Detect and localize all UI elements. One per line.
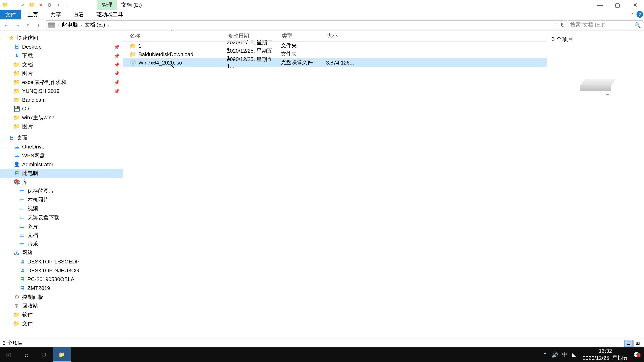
taskbar-search-icon[interactable]: ⌕ — [18, 348, 35, 362]
tray-overflow-icon[interactable]: ˄ — [540, 352, 550, 358]
nav-quick-item[interactable]: 💾G:\ — [0, 104, 123, 113]
nav-back-icon[interactable]: ← — [2, 20, 12, 30]
view-details-button[interactable]: ☰ — [624, 340, 633, 347]
taskbar-explorer[interactable]: 📁 — [53, 348, 70, 362]
nav-desktop-item[interactable]: ☁OneDrive — [0, 142, 123, 151]
nav-library-item[interactable]: ▭图片 — [0, 222, 123, 231]
nav-quick-item[interactable]: 📁YUNQISHI2019📌 — [0, 87, 123, 95]
tray-ime-icon[interactable]: 中 — [560, 351, 569, 359]
nav-quick-item[interactable]: 📁excel表格制作求和📌 — [0, 78, 123, 87]
nav-desktop-item[interactable]: 👤Administrator — [0, 160, 123, 169]
search-placeholder: 搜索"文档 (E:)" — [570, 21, 605, 29]
nav-desktop-item[interactable]: 📚库 — [0, 178, 123, 187]
nav-quick-access[interactable]: ★快速访问 — [0, 33, 123, 42]
chevron-right-icon[interactable]: › — [57, 23, 60, 27]
chevron-right-icon[interactable]: › — [80, 23, 83, 27]
details-title: 3 个项目 — [552, 35, 640, 43]
nav-quick-item[interactable]: 📁图片📌 — [0, 69, 123, 78]
nav-desktop[interactable]: 🖥桌面 — [0, 133, 123, 142]
nav-network-item[interactable]: 🖥PC-20190530OBLA — [0, 275, 123, 284]
nav-quick-item[interactable]: 📁图片 — [0, 122, 123, 131]
nav-quick-item[interactable]: 📁Bandicam — [0, 95, 123, 104]
nav-desktop-item[interactable]: ☁WPS网盘 — [0, 151, 123, 160]
ribbon-share[interactable]: 共享 — [44, 9, 67, 19]
ribbon-home[interactable]: 主页 — [21, 9, 44, 19]
nav-history-icon[interactable]: ▾ — [23, 20, 33, 30]
nav-desktop-item[interactable]: 🖥此电脑 — [0, 169, 123, 178]
help-icon[interactable]: ? — [636, 11, 643, 18]
close-button[interactable]: ✕ — [626, 0, 644, 10]
nav-desktop-item[interactable]: 🗑回收站 — [0, 302, 123, 310]
qat-sep2: | — [64, 1, 71, 8]
nav-quick-item[interactable]: ⬇下载📌 — [0, 51, 123, 60]
search-input[interactable]: 搜索"文档 (E:)" 🔍 — [568, 20, 643, 30]
search-icon[interactable]: 🔍 — [634, 22, 641, 28]
chevron-right-icon[interactable]: › — [107, 23, 110, 27]
nav-up-icon[interactable]: ↑ — [34, 20, 43, 30]
drive-icon — [48, 22, 55, 28]
sort-asc-icon: ˄ — [170, 30, 172, 34]
nav-network-item[interactable]: 🖥DESKTOP-LSSOEDP — [0, 257, 123, 266]
qat-close-icon[interactable]: ✕ — [37, 1, 44, 8]
col-size[interactable]: 大小 — [321, 32, 347, 40]
file-row[interactable]: 📁12020/12/15, 星期二 1...文件夹 — [124, 41, 547, 50]
system-tray: ˄ 🔊 中 ◣ 16:322020/12/25, 星期五 💬3 — [540, 348, 644, 362]
action-center-icon[interactable]: 💬3 — [632, 352, 641, 358]
navigation-pane[interactable]: ★快速访问 🖥Desktop📌⬇下载📌📁文档📌📁图片📌📁excel表格制作求和📌… — [0, 31, 123, 349]
qat-folder-icon[interactable]: 📁 — [28, 1, 36, 8]
col-date[interactable]: 修改日期 — [222, 32, 276, 40]
tray-security-icon[interactable]: ◣ — [569, 352, 579, 358]
pin-icon: 📌 — [114, 62, 120, 67]
ribbon-drive-tools[interactable]: 驱动器工具 — [90, 9, 129, 19]
status-text: 3 个项目 — [3, 340, 23, 347]
breadcrumb-this-pc[interactable]: 此电脑 — [60, 21, 80, 29]
qat-check-icon[interactable]: ✔ — [20, 1, 26, 8]
ribbon-view[interactable]: 查看 — [67, 9, 90, 19]
col-type[interactable]: 类型 — [276, 32, 321, 40]
nav-library-item[interactable]: ▭本机照片 — [0, 195, 123, 204]
minimize-button[interactable]: — — [591, 0, 608, 10]
refresh-icon[interactable]: ↻ — [560, 22, 565, 28]
nav-quick-item[interactable]: 📁win7重装win7 — [0, 113, 123, 122]
status-bar: 3 个项目 ☰ ▦ — [0, 339, 644, 348]
taskbar: ⊞ ⌕ ⧉ 📁 ˄ 🔊 中 ◣ 16:322020/12/25, 星期五 💬3 — [0, 348, 644, 362]
drive-large-icon — [580, 79, 611, 96]
nav-quick-item[interactable]: 📁文档📌 — [0, 60, 123, 69]
maximize-button[interactable]: ▢ — [608, 0, 626, 10]
file-row[interactable]: 📁BaiduNetdiskDownload2020/12/25, 星期五 1..… — [124, 50, 547, 58]
breadcrumb-drive[interactable]: 文档 (E:) — [83, 21, 107, 29]
nav-network-item[interactable]: 🖥ZMT2019 — [0, 284, 123, 293]
nav-desktop-item[interactable]: 📁文件 — [0, 319, 123, 328]
nav-library-item[interactable]: ▭音乐 — [0, 240, 123, 248]
qat-gear-icon[interactable]: ⚙ — [46, 1, 53, 8]
pin-icon: 📌 — [114, 89, 120, 93]
address-bar[interactable]: › 此电脑 › 文档 (E:) › ˅ ↻ — [46, 20, 567, 30]
quick-access-toolbar: 📁 | ✔ 📁 ✕ ⚙ ▾ | — [2, 1, 71, 8]
start-button[interactable]: ⊞ — [0, 348, 18, 362]
nav-library-item[interactable]: ▭保存的图片 — [0, 187, 123, 195]
ribbon: 文件 主页 共享 查看 驱动器工具 ⌃ ? — [0, 10, 644, 19]
ribbon-file[interactable]: 文件 — [0, 9, 21, 19]
nav-library-item[interactable]: ▭文档 — [0, 231, 123, 240]
nav-desktop-item[interactable]: 📁软件 — [0, 310, 123, 319]
nav-quick-item[interactable]: 🖥Desktop📌 — [0, 42, 123, 51]
qat-dropdown-icon[interactable]: ▾ — [55, 1, 62, 8]
ribbon-collapse-icon[interactable]: ⌃ — [630, 12, 634, 17]
contextual-tab-manage[interactable]: 管理 — [97, 0, 117, 10]
details-pane: 3 个项目 — [547, 31, 644, 349]
file-row[interactable]: 💿Win7x64_2020.iso2020/12/25, 星期五 1...光盘映… — [124, 58, 547, 67]
tray-volume-icon[interactable]: 🔊 — [550, 352, 560, 358]
view-thumbnails-button[interactable]: ▦ — [634, 340, 642, 347]
column-headers: 名称 ˄ 修改日期 类型 大小 — [124, 31, 547, 41]
nav-desktop-item[interactable]: 🖧网络 — [0, 248, 123, 257]
file-list-pane: 名称 ˄ 修改日期 类型 大小 📁12020/12/15, 星期二 1...文件… — [123, 31, 547, 349]
nav-library-item[interactable]: ▭天翼云盘下载 — [0, 213, 123, 222]
nav-library-item[interactable]: ▭视频 — [0, 204, 123, 213]
window-title: 文档 (E:) — [117, 0, 146, 10]
nav-desktop-item[interactable]: ⚙控制面板 — [0, 293, 123, 302]
tray-clock[interactable]: 16:322020/12/25, 星期五 — [579, 348, 632, 362]
nav-forward-icon[interactable]: → — [12, 20, 22, 30]
task-view-icon[interactable]: ⧉ — [36, 348, 53, 362]
nav-network-item[interactable]: 🖥DESKTOP-NJEU3CG — [0, 266, 123, 275]
address-dropdown-icon[interactable]: ˅ — [556, 23, 558, 27]
